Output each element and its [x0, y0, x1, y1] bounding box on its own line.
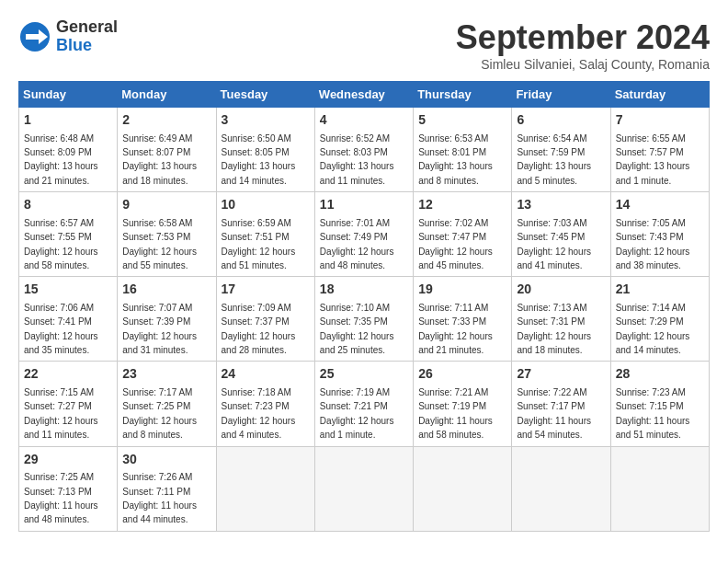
day-info: and 45 minutes.	[418, 260, 483, 270]
table-row: 10Sunrise: 6:59 AMSunset: 7:51 PMDayligh…	[216, 192, 314, 277]
day-info: Sunrise: 7:02 AM	[418, 218, 488, 228]
day-info: Sunset: 7:57 PM	[616, 147, 684, 157]
title-block: September 2024 Simleu Silvaniei, Salaj C…	[456, 18, 710, 72]
day-info: Sunrise: 7:05 AM	[616, 218, 686, 228]
day-number: 18	[320, 281, 408, 299]
day-info: and 41 minutes.	[517, 260, 582, 270]
month-title: September 2024	[456, 18, 710, 57]
day-info: and 58 minutes.	[418, 430, 483, 440]
day-number: 26	[418, 365, 506, 384]
day-number: 27	[517, 365, 605, 384]
day-info: Sunrise: 6:57 AM	[24, 218, 94, 228]
day-info: and 48 minutes.	[24, 514, 89, 524]
day-info: Daylight: 12 hours	[517, 247, 591, 257]
day-info: Sunset: 7:53 PM	[122, 232, 190, 242]
col-tuesday: Tuesday	[216, 82, 314, 108]
day-info: and 35 minutes.	[24, 345, 89, 355]
table-row: 17Sunrise: 7:09 AMSunset: 7:37 PMDayligh…	[216, 277, 314, 362]
day-info: Sunset: 8:07 PM	[122, 147, 190, 157]
day-info: Sunrise: 7:21 AM	[418, 387, 488, 397]
table-row	[610, 446, 709, 531]
page-header: General Blue September 2024 Simleu Silva…	[18, 18, 710, 72]
day-info: Daylight: 12 hours	[24, 331, 98, 341]
day-number: 14	[616, 196, 704, 214]
day-info: Sunrise: 7:10 AM	[320, 303, 390, 313]
day-number: 8	[24, 196, 112, 214]
day-info: Daylight: 12 hours	[222, 331, 296, 341]
day-number: 22	[24, 365, 112, 384]
day-info: Daylight: 12 hours	[222, 416, 296, 426]
day-number: 19	[418, 281, 506, 299]
header-row: Sunday Monday Tuesday Wednesday Thursday…	[19, 82, 710, 108]
day-info: Sunset: 7:23 PM	[222, 401, 290, 411]
day-info: Daylight: 11 hours	[616, 416, 690, 426]
logo-text: General Blue	[56, 18, 118, 55]
day-info: Sunrise: 6:53 AM	[418, 133, 488, 144]
day-info: Sunrise: 7:14 AM	[616, 303, 686, 313]
day-info: and 18 minutes.	[517, 345, 582, 355]
day-number: 3	[222, 111, 310, 130]
day-info: Sunrise: 6:52 AM	[320, 133, 390, 144]
day-info: Daylight: 12 hours	[122, 247, 197, 257]
day-info: and 31 minutes.	[122, 345, 188, 355]
table-row: 7Sunrise: 6:55 AMSunset: 7:57 PMDaylight…	[610, 108, 709, 192]
day-info: and 21 minutes.	[24, 176, 89, 186]
table-row: 15Sunrise: 7:06 AMSunset: 7:41 PMDayligh…	[19, 277, 118, 362]
table-row: 9Sunrise: 6:58 AMSunset: 7:53 PMDaylight…	[118, 192, 216, 277]
day-info: Sunset: 7:27 PM	[24, 401, 92, 411]
table-row: 4Sunrise: 6:52 AMSunset: 8:03 PMDaylight…	[314, 108, 413, 192]
table-row: 23Sunrise: 7:17 AMSunset: 7:25 PMDayligh…	[118, 362, 216, 446]
day-info: Sunrise: 7:26 AM	[122, 472, 192, 482]
table-row: 30Sunrise: 7:26 AMSunset: 7:11 PMDayligh…	[118, 446, 216, 531]
day-info: and 14 minutes.	[616, 345, 681, 355]
week-row: 8Sunrise: 6:57 AMSunset: 7:55 PMDaylight…	[19, 192, 710, 277]
day-info: Daylight: 11 hours	[517, 416, 591, 426]
day-info: Daylight: 13 hours	[24, 161, 98, 171]
day-info: and 58 minutes.	[24, 260, 89, 270]
day-info: Sunrise: 7:25 AM	[24, 472, 94, 482]
day-number: 17	[222, 281, 310, 299]
day-number: 9	[122, 196, 210, 214]
day-info: Daylight: 11 hours	[122, 500, 197, 511]
day-info: Daylight: 13 hours	[222, 161, 296, 171]
day-info: Sunset: 7:43 PM	[616, 232, 684, 242]
day-info: Sunset: 8:09 PM	[24, 147, 92, 157]
day-info: and 5 minutes.	[517, 176, 577, 186]
day-info: Sunrise: 6:50 AM	[222, 133, 291, 144]
day-info: Sunset: 7:51 PM	[222, 232, 290, 242]
logo-icon	[18, 20, 51, 53]
day-number: 24	[222, 365, 310, 384]
table-row: 22Sunrise: 7:15 AMSunset: 7:27 PMDayligh…	[19, 362, 118, 446]
day-info: Sunset: 7:29 PM	[616, 316, 684, 327]
day-info: Sunset: 7:59 PM	[517, 147, 585, 157]
day-info: Sunset: 7:35 PM	[320, 316, 388, 327]
day-info: and 8 minutes.	[418, 176, 479, 186]
day-info: Daylight: 12 hours	[122, 331, 197, 341]
day-info: Sunrise: 7:19 AM	[320, 387, 390, 397]
day-number: 1	[24, 111, 112, 130]
day-info: and 18 minutes.	[122, 176, 188, 186]
day-number: 2	[122, 111, 210, 130]
day-info: and 55 minutes.	[122, 260, 188, 270]
day-info: Daylight: 13 hours	[122, 161, 197, 171]
table-row	[512, 446, 610, 531]
day-number: 6	[517, 111, 605, 130]
week-row: 22Sunrise: 7:15 AMSunset: 7:27 PMDayligh…	[19, 362, 710, 446]
day-info: Daylight: 13 hours	[616, 161, 690, 171]
day-info: Daylight: 13 hours	[320, 161, 394, 171]
col-wednesday: Wednesday	[314, 82, 413, 108]
day-number: 21	[616, 281, 704, 299]
col-thursday: Thursday	[414, 82, 512, 108]
calendar-table: Sunday Monday Tuesday Wednesday Thursday…	[18, 81, 710, 532]
day-info: Sunset: 7:13 PM	[24, 487, 92, 497]
table-row: 25Sunrise: 7:19 AMSunset: 7:21 PMDayligh…	[314, 362, 413, 446]
day-info: Sunrise: 6:58 AM	[122, 218, 192, 228]
table-row: 13Sunrise: 7:03 AMSunset: 7:45 PMDayligh…	[512, 192, 610, 277]
day-info: Daylight: 12 hours	[517, 331, 591, 341]
table-row	[216, 446, 314, 531]
day-info: Sunrise: 7:11 AM	[418, 303, 488, 313]
day-info: Daylight: 11 hours	[418, 416, 493, 426]
col-saturday: Saturday	[610, 82, 709, 108]
table-row: 5Sunrise: 6:53 AMSunset: 8:01 PMDaylight…	[414, 108, 512, 192]
day-info: Sunset: 7:37 PM	[222, 316, 290, 327]
